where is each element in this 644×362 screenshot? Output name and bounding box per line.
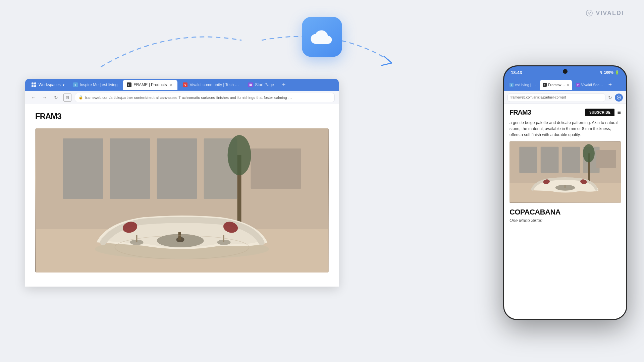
address-bar: ← → ↻ ⊟ 🔒 frameweb.com/article/partner-c… <box>25 91 339 104</box>
phone-notch <box>563 69 568 74</box>
phone-address-bar: frameweb.com/article/partner-content ↻ <box>504 91 626 104</box>
tab-close-frame[interactable]: ✕ <box>169 82 173 87</box>
phone-tab-label-frame: Framew… <box>548 83 565 87</box>
frame-logo: FRAM3 <box>25 104 339 128</box>
phone-tab-frame[interactable]: F Framew… ✕ <box>540 80 572 90</box>
vivaldi-v-icon <box>586 9 593 17</box>
phone-product-name: COPACABANA <box>504 203 626 218</box>
tab-vivaldi-community[interactable]: V Vivaldi community | Tech … <box>179 80 243 90</box>
phone-tab-label-est: est living | … <box>515 83 536 87</box>
tab-start-page[interactable]: ⊞ Start Page <box>244 80 278 90</box>
workspaces-chevron: ▾ <box>63 83 64 87</box>
phone-subscribe-button[interactable]: SUBSCRIBE <box>585 109 614 116</box>
forward-button[interactable]: → <box>41 94 49 102</box>
phone-url-bar[interactable]: frameweb.com/article/partner-content <box>507 93 605 102</box>
svg-rect-1 <box>32 82 34 84</box>
phone-interior-svg <box>509 141 621 203</box>
phone-menu-button[interactable]: ≡ <box>617 109 621 116</box>
tab-favicon-inspire: e <box>73 82 78 87</box>
tab-favicon-start: ⊞ <box>248 82 253 87</box>
tab-inspire-me[interactable]: e Inspire Me | est living <box>69 80 122 90</box>
phone-header-actions: SUBSCRIBE ≡ <box>585 109 621 116</box>
tab-label-vivaldi: Vivaldi community | Tech … <box>190 82 239 87</box>
svg-rect-11 <box>251 148 301 189</box>
sync-dashed-line <box>101 20 402 74</box>
phone-frame-logo-text: FRAM3 <box>509 109 531 116</box>
workspaces-icon <box>31 82 37 87</box>
svg-rect-23 <box>223 235 224 242</box>
sidebar-toggle[interactable]: ⊟ <box>63 94 71 102</box>
new-tab-button[interactable]: + <box>279 80 288 89</box>
phone-status-bar: 18:43 ↯ 100% 🔋 <box>504 66 626 78</box>
vivaldi-logo: VIVALDI <box>586 9 624 17</box>
tab-label-frame: FRAME | Products <box>133 82 167 87</box>
phone-signal: ↯ 100% 🔋 <box>600 70 620 75</box>
svg-rect-19 <box>178 232 181 240</box>
svg-rect-32 <box>596 150 616 168</box>
phone-tab-favicon-vivaldi-soc: V <box>576 83 580 87</box>
workspaces-button[interactable]: Workspaces ▾ <box>28 81 68 89</box>
phone-tab-favicon-frame: F <box>543 83 547 87</box>
workspaces-label: Workspaces <box>39 82 61 87</box>
phone-tab-favicon-est: e <box>509 83 514 87</box>
svg-rect-4 <box>34 85 36 87</box>
tab-label-inspire: Inspire Me | est living <box>80 82 118 87</box>
phone-tab-close-frame[interactable]: ✕ <box>567 83 569 87</box>
tab-label-start: Start Page <box>255 82 274 87</box>
tab-frame-products[interactable]: F FRAME | Products ✕ <box>123 80 177 90</box>
vivaldi-text: VIVALDI <box>596 10 624 17</box>
svg-rect-38 <box>565 185 566 188</box>
svg-rect-9 <box>157 138 197 199</box>
lock-icon: 🔒 <box>78 95 83 100</box>
tab-favicon-vivaldi: V <box>183 82 187 87</box>
phone-tab-vivaldi-soc[interactable]: V Vivaldi Soc… <box>573 80 606 90</box>
page-content: FRAM3 <box>25 104 339 287</box>
svg-rect-28 <box>519 147 537 173</box>
phone-new-tab-button[interactable]: + <box>607 81 613 88</box>
phone-frame-logo-bar: FRAM3 SUBSCRIBE ≡ <box>504 104 626 120</box>
svg-point-0 <box>586 10 592 16</box>
phone-vivaldi-icon <box>616 95 621 100</box>
phone-battery: 100% <box>604 70 613 74</box>
interior-svg <box>35 128 329 273</box>
url-text: frameweb.com/article/partner-content/neu… <box>85 96 292 100</box>
phone-tab-label-vivaldi-soc: Vivaldi Soc… <box>581 83 603 87</box>
reload-button[interactable]: ↻ <box>52 94 60 102</box>
phone-vivaldi-button[interactable] <box>615 94 623 102</box>
tab-favicon-frame: F <box>127 82 131 87</box>
url-bar[interactable]: 🔒 frameweb.com/article/partner-content/n… <box>75 93 335 102</box>
phone-reload-button[interactable]: ↻ <box>608 95 612 100</box>
sync-cloud-icon[interactable] <box>302 17 342 57</box>
svg-point-25 <box>617 96 621 99</box>
cloud-svg <box>310 25 334 49</box>
phone-product-author: One Mario Sirtori <box>504 218 626 223</box>
browser-tab-bar: Workspaces ▾ e Inspire Me | est living F… <box>25 79 339 91</box>
mobile-phone: 18:43 ↯ 100% 🔋 e est living | … F Framew… <box>503 65 627 320</box>
svg-rect-3 <box>32 85 34 87</box>
phone-article-text: a gentle beige palette and delicate patt… <box>504 120 626 141</box>
article-hero-image <box>35 128 329 273</box>
phone-page-content: FRAM3 SUBSCRIBE ≡ a gentle beige palette… <box>504 104 626 319</box>
back-button[interactable]: ← <box>29 94 37 102</box>
svg-rect-30 <box>562 147 580 173</box>
phone-article-image <box>509 141 621 203</box>
svg-rect-8 <box>110 138 150 199</box>
phone-url-text: frameweb.com/article/partner-content <box>511 96 566 99</box>
svg-rect-29 <box>541 147 559 173</box>
svg-point-34 <box>583 144 595 163</box>
browser-window: Workspaces ▾ e Inspire Me | est living F… <box>25 79 339 287</box>
phone-tab-est[interactable]: e est living | … <box>507 80 539 90</box>
svg-rect-7 <box>63 138 103 199</box>
svg-point-13 <box>228 135 251 175</box>
phone-tab-bar: e est living | … F Framew… ✕ V Vivaldi S… <box>504 78 626 91</box>
svg-rect-2 <box>34 82 36 84</box>
phone-time: 18:43 <box>511 70 522 75</box>
